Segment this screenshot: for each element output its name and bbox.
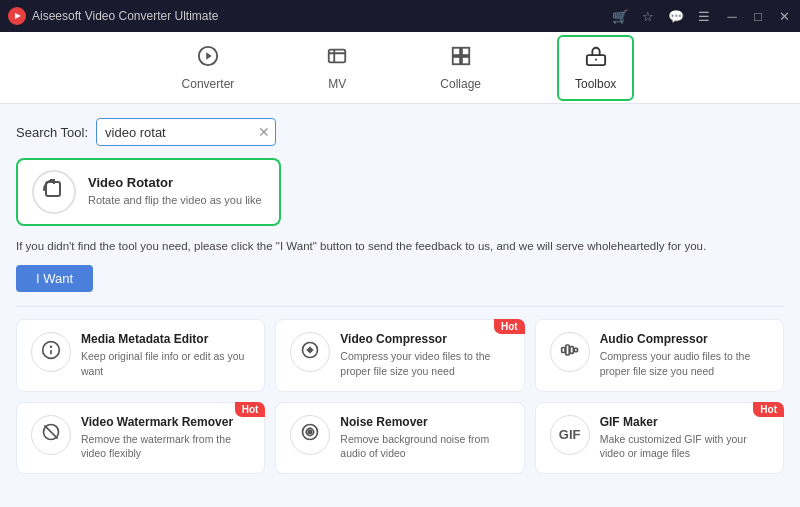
video-watermark-icon [41,422,61,447]
video-compressor-icon [300,340,320,365]
svg-rect-11 [46,182,60,196]
video-compressor-hot-badge: Hot [494,319,525,334]
minimize-button[interactable]: ─ [724,9,740,24]
gif-maker-desc: Make customized GIF with your video or i… [600,432,769,461]
star-icon[interactable]: ☆ [642,9,654,24]
collage-icon [450,45,472,73]
noise-remover-icon [300,422,320,447]
gif-maker-info: GIF Maker Make customized GIF with your … [600,415,769,461]
nav-item-collage[interactable]: Collage [424,37,497,99]
video-rotator-icon-circle [32,170,76,214]
tool-card-media-metadata[interactable]: Media Metadata Editor Keep original file… [16,319,265,391]
top-nav: Converter MV Collage [0,32,800,104]
audio-compressor-desc: Compress your audio files to the proper … [600,349,769,378]
menu-icon[interactable]: ☰ [698,9,710,24]
nav-item-converter[interactable]: Converter [166,37,251,99]
collage-label: Collage [440,77,481,91]
media-metadata-icon-circle [31,332,71,372]
toolbox-label: Toolbox [575,77,616,91]
maximize-button[interactable]: □ [750,9,766,24]
svg-rect-6 [462,47,469,54]
gif-maker-title: GIF Maker [600,415,769,429]
feedback-text: If you didn't find the tool you need, pl… [16,238,784,255]
divider [16,306,784,307]
media-metadata-info: Media Metadata Editor Keep original file… [81,332,250,378]
svg-rect-20 [565,345,568,355]
video-compressor-info: Video Compressor Compress your video fil… [340,332,509,378]
gif-maker-icon: GIF [559,427,581,442]
video-rotator-icon [42,178,66,206]
tools-grid: Media Metadata Editor Keep original file… [16,319,784,474]
close-button[interactable]: ✕ [776,9,792,24]
app-logo [8,7,26,25]
svg-rect-19 [561,347,564,352]
video-watermark-hot-badge: Hot [235,402,266,417]
cart-icon[interactable]: 🛒 [612,9,628,24]
toolbox-icon [585,45,607,73]
video-rotator-title: Video Rotator [88,175,262,190]
converter-label: Converter [182,77,235,91]
tool-card-noise-remover[interactable]: Noise Remover Remove background noise fr… [275,402,524,474]
search-result-box[interactable]: Video Rotator Rotate and flip the video … [16,158,281,226]
search-input[interactable] [96,118,276,146]
tool-card-audio-compressor[interactable]: Audio Compressor Compress your audio fil… [535,319,784,391]
app-title: Aiseesoft Video Converter Ultimate [32,9,219,23]
svg-line-24 [44,425,57,438]
video-rotator-info: Video Rotator Rotate and flip the video … [88,175,262,208]
search-input-wrapper: ✕ [96,118,276,146]
nav-item-mv[interactable]: MV [310,37,364,99]
converter-icon [197,45,219,73]
noise-remover-title: Noise Remover [340,415,509,429]
search-bar: Search Tool: ✕ [16,118,784,146]
noise-remover-info: Noise Remover Remove background noise fr… [340,415,509,461]
svg-point-26 [309,430,312,433]
search-clear-icon[interactable]: ✕ [258,124,270,140]
audio-compressor-icon [560,340,580,365]
video-rotator-desc: Rotate and flip the video as you like [88,193,262,208]
search-label: Search Tool: [16,125,88,140]
tool-card-video-watermark[interactable]: Hot Video Watermark Remover Remove the w… [16,402,265,474]
i-want-button[interactable]: I Want [16,265,93,292]
tool-card-gif-maker[interactable]: Hot GIF GIF Maker Make customized GIF wi… [535,402,784,474]
svg-rect-8 [462,56,469,63]
titlebar: Aiseesoft Video Converter Ultimate 🛒 ☆ 💬… [0,0,800,32]
svg-point-18 [309,348,312,351]
media-metadata-title: Media Metadata Editor [81,332,250,346]
video-compressor-icon-circle [290,332,330,372]
svg-rect-4 [329,49,346,62]
audio-compressor-icon-circle [550,332,590,372]
nav-item-toolbox[interactable]: Toolbox [557,35,634,101]
chat-icon[interactable]: 💬 [668,9,684,24]
video-watermark-info: Video Watermark Remover Remove the water… [81,415,250,461]
svg-rect-22 [574,348,577,351]
gif-maker-hot-badge: Hot [753,402,784,417]
video-watermark-icon-circle [31,415,71,455]
content-area: Search Tool: ✕ Video Rotator Rotate a [0,104,800,507]
gif-maker-icon-circle: GIF [550,415,590,455]
svg-marker-3 [206,52,212,59]
svg-rect-21 [570,346,573,353]
media-metadata-icon [41,340,61,365]
titlebar-left: Aiseesoft Video Converter Ultimate [8,7,219,25]
mv-label: MV [328,77,346,91]
svg-rect-5 [452,47,459,54]
video-watermark-title: Video Watermark Remover [81,415,250,429]
noise-remover-icon-circle [290,415,330,455]
audio-compressor-info: Audio Compressor Compress your audio fil… [600,332,769,378]
media-metadata-desc: Keep original file info or edit as you w… [81,349,250,378]
noise-remover-desc: Remove background noise from audio of vi… [340,432,509,461]
svg-rect-7 [452,56,459,63]
window-controls: ─ □ ✕ [724,9,792,24]
titlebar-right: 🛒 ☆ 💬 ☰ ─ □ ✕ [612,9,792,24]
mv-icon [326,45,348,73]
tool-card-video-compressor[interactable]: Hot Video Compressor Compress your video… [275,319,524,391]
video-compressor-desc: Compress your video files to the proper … [340,349,509,378]
video-watermark-desc: Remove the watermark from the video flex… [81,432,250,461]
audio-compressor-title: Audio Compressor [600,332,769,346]
main-window: Converter MV Collage [0,32,800,507]
video-compressor-title: Video Compressor [340,332,509,346]
